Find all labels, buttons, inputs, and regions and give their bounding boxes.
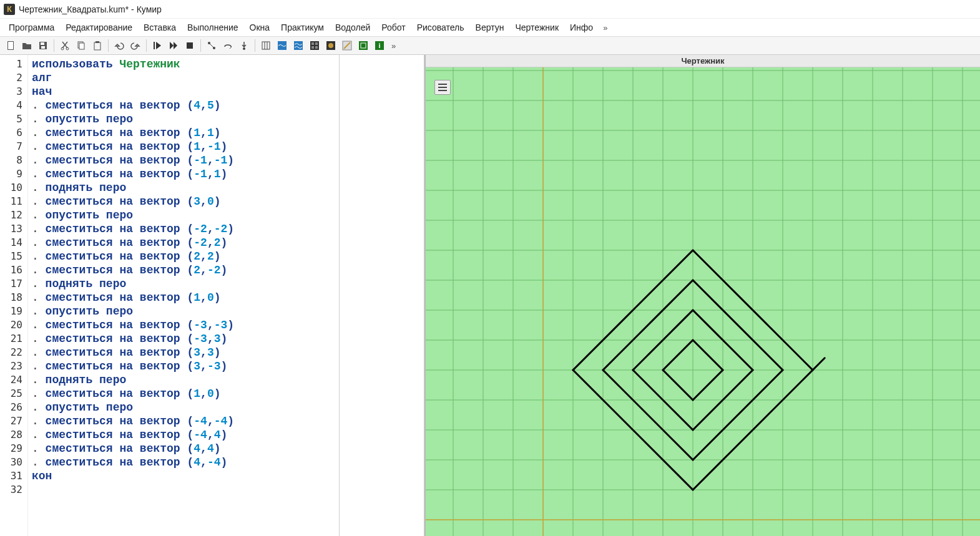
- menu-инфо[interactable]: Инфо: [565, 20, 598, 35]
- code-line[interactable]: . сместиться на вектор (2,2): [32, 250, 339, 263]
- paste-button[interactable]: [91, 39, 104, 52]
- menu-редактирование[interactable]: Редактирование: [61, 20, 137, 35]
- menu-окна[interactable]: Окна: [245, 20, 275, 35]
- code-line[interactable]: кон: [32, 469, 339, 483]
- svg-rect-31: [426, 67, 980, 536]
- new-file-button[interactable]: [4, 39, 17, 52]
- code-line[interactable]: . сместиться на вектор (-3,3): [32, 332, 339, 346]
- tool-info-button[interactable]: i: [373, 39, 386, 52]
- step-over-button[interactable]: [221, 39, 235, 52]
- svg-rect-1: [8, 42, 13, 49]
- open-file-button[interactable]: [20, 39, 34, 52]
- code-line[interactable]: . сместиться на вектор (-2,-2): [32, 222, 339, 236]
- menu-выполнение[interactable]: Выполнение: [182, 20, 243, 35]
- toolbar-separator: [54, 39, 54, 52]
- tool-vodoley-button[interactable]: [275, 39, 289, 52]
- code-line[interactable]: . сместиться на вектор (-1,-1): [32, 153, 339, 167]
- run-fast-button[interactable]: [167, 39, 180, 52]
- copy-button[interactable]: [74, 39, 88, 52]
- code-line[interactable]: . сместиться на вектор (1,0): [32, 291, 339, 305]
- run-button[interactable]: [150, 39, 164, 52]
- line-number: 23: [0, 359, 27, 373]
- menu-практикум[interactable]: Практикум: [276, 20, 329, 35]
- tool-painter-button[interactable]: [324, 39, 338, 52]
- svg-rect-22: [311, 46, 314, 49]
- tool-drafter-button[interactable]: [356, 39, 370, 52]
- code-line[interactable]: . поднять перо: [32, 373, 339, 387]
- step-into-button[interactable]: [237, 39, 251, 52]
- svg-rect-21: [315, 42, 318, 45]
- menu-more[interactable]: »: [599, 21, 611, 35]
- tool-robot-button[interactable]: [308, 39, 321, 52]
- code-line[interactable]: . сместиться на вектор (-1,1): [32, 167, 339, 181]
- redo-button[interactable]: [129, 39, 142, 52]
- line-number: 4: [0, 99, 27, 112]
- line-number: 7: [0, 140, 27, 153]
- code-line[interactable]: . сместиться на вектор (3,3): [32, 346, 339, 359]
- canvas-menu-button[interactable]: [434, 80, 451, 95]
- line-number: 32: [0, 483, 27, 497]
- undo-button[interactable]: [112, 39, 126, 52]
- code-line[interactable]: . сместиться на вектор (-3,-3): [32, 318, 339, 332]
- code-line[interactable]: . сместиться на вектор (1,0): [32, 387, 339, 401]
- line-number: 13: [0, 222, 27, 236]
- code-editor[interactable]: использовать Чертежникалгнач. сместиться…: [28, 55, 340, 536]
- code-line[interactable]: . сместиться на вектор (2,-2): [32, 263, 339, 277]
- cut-button[interactable]: [58, 39, 72, 52]
- code-line[interactable]: . опустить перо: [32, 305, 339, 318]
- drafter-title: Чертежник: [426, 55, 980, 67]
- code-line[interactable]: . сместиться на вектор (1,1): [32, 126, 339, 140]
- svg-rect-4: [41, 46, 45, 49]
- menu-вставка[interactable]: Вставка: [139, 20, 181, 35]
- code-line[interactable]: . сместиться на вектор (-4,-4): [32, 414, 339, 428]
- menu-программа[interactable]: Программа: [4, 20, 59, 35]
- code-line[interactable]: . сместиться на вектор (4,-4): [32, 456, 339, 469]
- save-file-button[interactable]: [36, 39, 50, 52]
- code-line[interactable]: . сместиться на вектор (1,-1): [32, 140, 339, 153]
- code-line[interactable]: . сместиться на вектор (3,0): [32, 195, 339, 208]
- menu-вертун[interactable]: Вертун: [471, 20, 509, 35]
- drafter-canvas[interactable]: [426, 67, 980, 536]
- stop-button[interactable]: [183, 39, 197, 52]
- svg-rect-10: [96, 41, 99, 43]
- tool-wave2-button[interactable]: [292, 39, 305, 52]
- line-number: 24: [0, 373, 27, 387]
- line-number: 6: [0, 126, 27, 140]
- svg-rect-16: [262, 42, 270, 49]
- code-line[interactable]: . опустить перо: [32, 208, 339, 222]
- svg-point-25: [328, 43, 333, 48]
- svg-text:i: i: [378, 42, 380, 49]
- code-line[interactable]: . сместиться на вектор (4,4): [32, 442, 339, 456]
- menu-чертежник[interactable]: Чертежник: [510, 20, 564, 35]
- code-line[interactable]: алг: [32, 71, 339, 85]
- line-number: 28: [0, 428, 27, 442]
- code-line[interactable]: . сместиться на вектор (3,-3): [32, 359, 339, 373]
- code-line[interactable]: . поднять перо: [32, 181, 339, 195]
- code-line[interactable]: . опустить перо: [32, 112, 339, 126]
- code-line[interactable]: [32, 483, 339, 497]
- line-number: 11: [0, 195, 27, 208]
- code-line[interactable]: . сместиться на вектор (4,5): [32, 99, 339, 112]
- step-button[interactable]: [205, 39, 218, 52]
- line-number: 12: [0, 208, 27, 222]
- line-number: 10: [0, 181, 27, 195]
- svg-rect-8: [79, 43, 84, 49]
- code-line[interactable]: нач: [32, 85, 339, 99]
- tool-turtle-button[interactable]: [340, 39, 354, 52]
- code-line[interactable]: . поднять перо: [32, 277, 339, 291]
- line-number: 26: [0, 401, 27, 414]
- code-line[interactable]: . сместиться на вектор (-4,4): [32, 428, 339, 442]
- code-line[interactable]: . сместиться на вектор (-2,2): [32, 236, 339, 250]
- toolbar-more-button[interactable]: »: [389, 41, 398, 51]
- menu-рисователь[interactable]: Рисователь: [412, 20, 469, 35]
- line-number: 9: [0, 167, 27, 181]
- code-line[interactable]: использовать Чертежник: [32, 57, 339, 71]
- menu-робот[interactable]: Робот: [376, 20, 410, 35]
- line-number: 2: [0, 71, 27, 85]
- line-number: 3: [0, 85, 27, 99]
- tool-grid-button[interactable]: [259, 39, 273, 52]
- svg-rect-9: [94, 42, 100, 50]
- menu-водолей[interactable]: Водолей: [330, 20, 375, 35]
- code-line[interactable]: . опустить перо: [32, 401, 339, 414]
- app-icon: К: [4, 4, 15, 15]
